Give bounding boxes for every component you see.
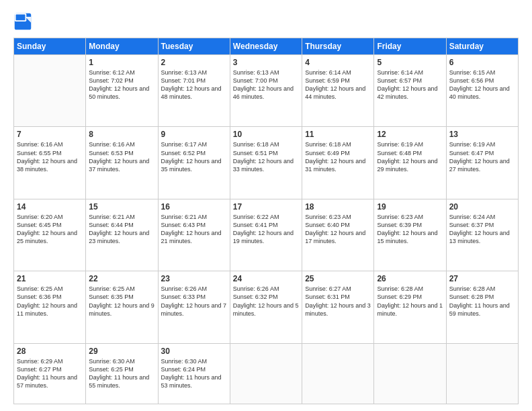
table-row: 28Sunrise: 6:29 AM Sunset: 6:27 PM Dayli… <box>14 343 86 404</box>
day-number: 21 <box>17 274 83 283</box>
header <box>13 12 519 31</box>
col-friday: Friday <box>374 38 446 55</box>
day-content: Sunrise: 6:28 AM Sunset: 6:29 PM Dayligh… <box>377 285 443 318</box>
page: Sunday Monday Tuesday Wednesday Thursday… <box>0 0 532 411</box>
table-row: 8Sunrise: 6:16 AM Sunset: 6:53 PM Daylig… <box>86 127 158 199</box>
table-row <box>14 55 86 127</box>
day-number: 28 <box>17 347 83 356</box>
table-row: 3Sunrise: 6:13 AM Sunset: 7:00 PM Daylig… <box>230 55 302 127</box>
table-row: 7Sunrise: 6:16 AM Sunset: 6:55 PM Daylig… <box>14 127 86 199</box>
day-content: Sunrise: 6:19 AM Sunset: 6:47 PM Dayligh… <box>449 140 515 173</box>
table-row: 5Sunrise: 6:14 AM Sunset: 6:57 PM Daylig… <box>374 55 446 127</box>
day-content: Sunrise: 6:22 AM Sunset: 6:41 PM Dayligh… <box>233 213 299 246</box>
day-content: Sunrise: 6:23 AM Sunset: 6:40 PM Dayligh… <box>305 213 371 246</box>
day-number: 2 <box>161 58 227 67</box>
table-row: 10Sunrise: 6:18 AM Sunset: 6:51 PM Dayli… <box>230 127 302 199</box>
day-number: 14 <box>17 202 83 212</box>
table-row <box>302 343 374 404</box>
calendar-table: Sunday Monday Tuesday Wednesday Thursday… <box>13 38 519 404</box>
day-number: 6 <box>449 58 515 67</box>
day-content: Sunrise: 6:30 AM Sunset: 6:25 PM Dayligh… <box>89 357 154 390</box>
table-row <box>230 343 302 404</box>
day-content: Sunrise: 6:13 AM Sunset: 7:00 PM Dayligh… <box>233 68 299 101</box>
day-number: 9 <box>161 130 227 139</box>
table-row: 12Sunrise: 6:19 AM Sunset: 6:48 PM Dayli… <box>374 127 446 199</box>
day-content: Sunrise: 6:13 AM Sunset: 7:01 PM Dayligh… <box>161 68 227 101</box>
day-number: 29 <box>89 347 154 356</box>
table-row: 4Sunrise: 6:14 AM Sunset: 6:59 PM Daylig… <box>302 55 374 127</box>
table-row: 11Sunrise: 6:18 AM Sunset: 6:49 PM Dayli… <box>302 127 374 199</box>
day-number: 27 <box>449 274 515 283</box>
day-number: 5 <box>377 58 443 67</box>
day-content: Sunrise: 6:25 AM Sunset: 6:35 PM Dayligh… <box>89 285 154 318</box>
day-number: 3 <box>233 58 299 67</box>
day-number: 8 <box>89 130 154 139</box>
svg-rect-3 <box>16 15 26 21</box>
table-row: 9Sunrise: 6:17 AM Sunset: 6:52 PM Daylig… <box>158 127 230 199</box>
table-row <box>446 343 518 404</box>
table-row: 23Sunrise: 6:26 AM Sunset: 6:33 PM Dayli… <box>158 271 230 343</box>
day-content: Sunrise: 6:21 AM Sunset: 6:44 PM Dayligh… <box>89 213 154 246</box>
day-content: Sunrise: 6:26 AM Sunset: 6:33 PM Dayligh… <box>161 285 227 318</box>
table-row: 26Sunrise: 6:28 AM Sunset: 6:29 PM Dayli… <box>374 271 446 343</box>
day-content: Sunrise: 6:18 AM Sunset: 6:49 PM Dayligh… <box>305 140 371 173</box>
day-number: 1 <box>89 58 154 67</box>
table-row: 2Sunrise: 6:13 AM Sunset: 7:01 PM Daylig… <box>158 55 230 127</box>
table-row: 30Sunrise: 6:30 AM Sunset: 6:24 PM Dayli… <box>158 343 230 404</box>
day-content: Sunrise: 6:14 AM Sunset: 6:57 PM Dayligh… <box>377 68 443 101</box>
day-content: Sunrise: 6:24 AM Sunset: 6:37 PM Dayligh… <box>449 213 515 246</box>
day-content: Sunrise: 6:15 AM Sunset: 6:56 PM Dayligh… <box>449 68 515 101</box>
day-content: Sunrise: 6:12 AM Sunset: 7:02 PM Dayligh… <box>89 68 154 101</box>
day-number: 16 <box>161 202 227 212</box>
table-row: 21Sunrise: 6:25 AM Sunset: 6:36 PM Dayli… <box>14 271 86 343</box>
day-content: Sunrise: 6:21 AM Sunset: 6:43 PM Dayligh… <box>161 213 227 246</box>
logo-icon <box>13 12 32 31</box>
day-number: 25 <box>305 274 371 283</box>
table-row: 18Sunrise: 6:23 AM Sunset: 6:40 PM Dayli… <box>302 199 374 271</box>
day-number: 18 <box>305 202 371 212</box>
day-content: Sunrise: 6:14 AM Sunset: 6:59 PM Dayligh… <box>305 68 371 101</box>
col-thursday: Thursday <box>302 38 374 55</box>
day-content: Sunrise: 6:17 AM Sunset: 6:52 PM Dayligh… <box>161 140 227 173</box>
table-row: 24Sunrise: 6:26 AM Sunset: 6:32 PM Dayli… <box>230 271 302 343</box>
day-number: 15 <box>89 202 154 212</box>
day-content: Sunrise: 6:30 AM Sunset: 6:24 PM Dayligh… <box>161 357 227 390</box>
table-row: 22Sunrise: 6:25 AM Sunset: 6:35 PM Dayli… <box>86 271 158 343</box>
table-row: 1Sunrise: 6:12 AM Sunset: 7:02 PM Daylig… <box>86 55 158 127</box>
day-content: Sunrise: 6:19 AM Sunset: 6:48 PM Dayligh… <box>377 140 443 173</box>
table-row <box>374 343 446 404</box>
table-row: 20Sunrise: 6:24 AM Sunset: 6:37 PM Dayli… <box>446 199 518 271</box>
day-number: 23 <box>161 274 227 283</box>
day-number: 26 <box>377 274 443 283</box>
day-number: 22 <box>89 274 154 283</box>
table-row: 16Sunrise: 6:21 AM Sunset: 6:43 PM Dayli… <box>158 199 230 271</box>
day-content: Sunrise: 6:28 AM Sunset: 6:28 PM Dayligh… <box>449 285 515 318</box>
day-number: 13 <box>449 130 515 139</box>
col-monday: Monday <box>86 38 158 55</box>
logo <box>13 12 35 31</box>
day-number: 10 <box>233 130 299 139</box>
day-number: 4 <box>305 58 371 67</box>
table-row: 19Sunrise: 6:23 AM Sunset: 6:39 PM Dayli… <box>374 199 446 271</box>
day-number: 19 <box>377 202 443 212</box>
table-row: 27Sunrise: 6:28 AM Sunset: 6:28 PM Dayli… <box>446 271 518 343</box>
day-content: Sunrise: 6:27 AM Sunset: 6:31 PM Dayligh… <box>305 285 371 318</box>
day-number: 20 <box>449 202 515 212</box>
day-content: Sunrise: 6:20 AM Sunset: 6:45 PM Dayligh… <box>17 213 83 246</box>
table-row: 6Sunrise: 6:15 AM Sunset: 6:56 PM Daylig… <box>446 55 518 127</box>
day-content: Sunrise: 6:16 AM Sunset: 6:53 PM Dayligh… <box>89 140 154 173</box>
table-row: 25Sunrise: 6:27 AM Sunset: 6:31 PM Dayli… <box>302 271 374 343</box>
day-content: Sunrise: 6:18 AM Sunset: 6:51 PM Dayligh… <box>233 140 299 173</box>
table-row: 15Sunrise: 6:21 AM Sunset: 6:44 PM Dayli… <box>86 199 158 271</box>
day-number: 7 <box>17 130 83 139</box>
day-number: 11 <box>305 130 371 139</box>
calendar-header-row: Sunday Monday Tuesday Wednesday Thursday… <box>14 38 519 55</box>
col-tuesday: Tuesday <box>158 38 230 55</box>
day-number: 12 <box>377 130 443 139</box>
table-row: 17Sunrise: 6:22 AM Sunset: 6:41 PM Dayli… <box>230 199 302 271</box>
day-content: Sunrise: 6:29 AM Sunset: 6:27 PM Dayligh… <box>17 357 83 390</box>
col-saturday: Saturday <box>446 38 518 55</box>
col-sunday: Sunday <box>14 38 86 55</box>
day-content: Sunrise: 6:23 AM Sunset: 6:39 PM Dayligh… <box>377 213 443 246</box>
day-number: 24 <box>233 274 299 283</box>
